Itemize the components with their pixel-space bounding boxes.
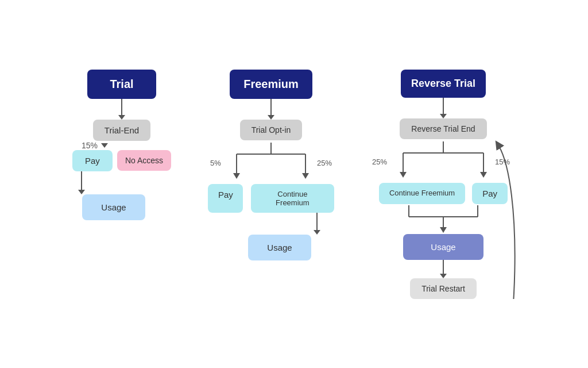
trial-end-node: Trial-End [93, 120, 150, 141]
reverse-trial-flowchart: Reverse Trial Reverse Trial End 25% 15% … [369, 70, 518, 299]
freemium-optin-node: Trial Opt-in [240, 120, 303, 140]
trial-pay-pct: 15% [82, 141, 98, 150]
arrow-trial-to-end [118, 99, 125, 120]
freemium-bottom-row: Pay Continue Freemium [208, 184, 334, 213]
arrow-freemium-to-usage [314, 213, 320, 235]
svg-marker-5 [302, 173, 309, 179]
arrow-freemium-to-optin [268, 99, 274, 120]
freemium-usage-node: Usage [248, 235, 311, 260]
arrow-pay-to-usage [78, 171, 85, 194]
freemium-title: Freemium [230, 70, 312, 99]
rt-continue-node: Continue Freemium [379, 183, 465, 204]
freemium-continue-node: Continue Freemium [251, 184, 334, 213]
svg-marker-10 [400, 172, 407, 178]
rt-pay-node: Pay [472, 183, 508, 204]
svg-marker-11 [480, 172, 487, 178]
freemium-freemium-pct: 25% [317, 159, 332, 167]
rt-restart-node: Trial Restart [410, 278, 477, 299]
freemium-pay-node: Pay [208, 184, 243, 213]
trial-noaccess-node: No Access [117, 150, 171, 171]
svg-marker-4 [233, 173, 240, 179]
trial-flowchart: Trial Trial-End 15% Pay No Access [70, 70, 173, 220]
trial-title: Trial [87, 70, 156, 99]
svg-marker-16 [440, 227, 447, 233]
freemium-flowchart: Freemium Trial Opt-in 5% [208, 70, 334, 260]
rt-usage-node: Usage [403, 234, 483, 260]
freemium-pay-pct: 5% [210, 159, 221, 167]
rt-freemium-pct: 25% [372, 158, 387, 166]
reverse-trial-title: Reverse Trial [401, 70, 486, 98]
rt-choice-row: Continue Freemium Pay [379, 183, 508, 204]
rt-end-node: Reverse Trial End [400, 118, 486, 139]
trial-pay-node: Pay [72, 150, 113, 171]
arrow-rt-usage-to-restart [440, 260, 447, 278]
trial-pay-noaccess-row: Pay No Access [72, 150, 171, 171]
rt-pay-pct: 15% [495, 158, 510, 166]
rt-merge-svg [374, 205, 512, 234]
rt-branch-svg [374, 141, 512, 182]
trial-usage-node: Usage [82, 194, 145, 220]
arrow-rt-to-end [440, 98, 447, 118]
freemium-branch-svg [214, 143, 328, 183]
